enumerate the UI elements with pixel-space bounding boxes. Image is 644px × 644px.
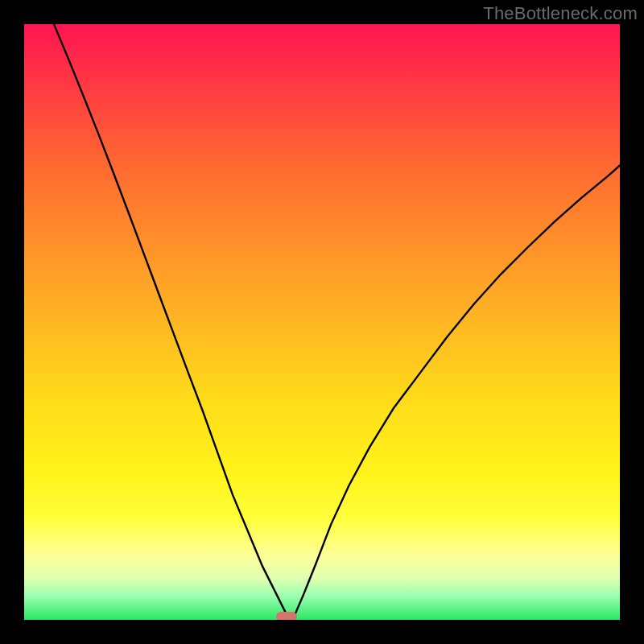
plot-area	[24, 24, 620, 620]
minimum-marker	[276, 612, 297, 620]
bottleneck-curve	[24, 24, 620, 620]
curve-left	[54, 24, 287, 614]
watermark-text: TheBottleneck.com	[483, 3, 638, 24]
curve-right	[295, 165, 620, 613]
